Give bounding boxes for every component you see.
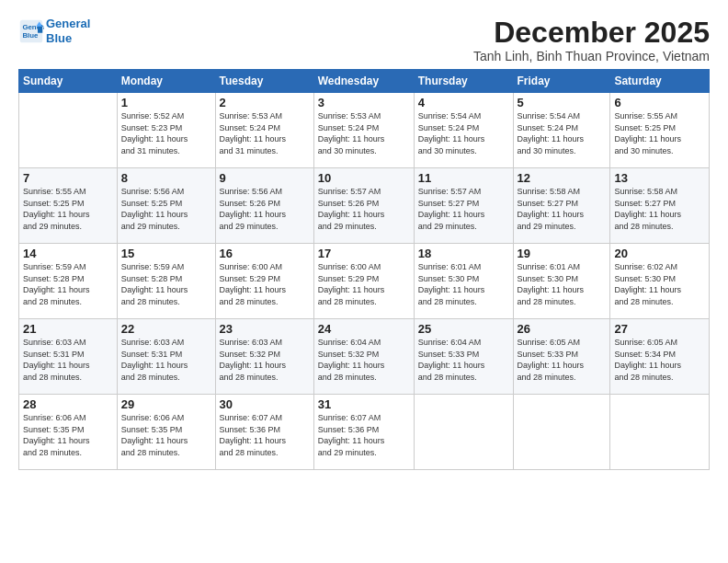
day-info: Sunrise: 6:01 AM Sunset: 5:30 PM Dayligh…: [418, 261, 509, 307]
calendar-cell: 20Sunrise: 6:02 AM Sunset: 5:30 PM Dayli…: [610, 244, 710, 319]
day-number: 3: [318, 96, 410, 109]
calendar-cell: 30Sunrise: 6:07 AM Sunset: 5:36 PM Dayli…: [215, 395, 313, 470]
header-cell-monday: Monday: [117, 70, 215, 93]
day-info: Sunrise: 5:57 AM Sunset: 5:26 PM Dayligh…: [318, 186, 410, 232]
day-info: Sunrise: 5:56 AM Sunset: 5:26 PM Dayligh…: [220, 186, 310, 232]
day-info: Sunrise: 6:05 AM Sunset: 5:33 PM Dayligh…: [518, 337, 607, 383]
calendar-cell: 26Sunrise: 6:05 AM Sunset: 5:33 PM Dayli…: [513, 319, 610, 395]
day-number: 22: [121, 322, 211, 336]
day-number: 4: [418, 96, 509, 109]
calendar-cell: [610, 395, 710, 470]
calendar-cell: 25Sunrise: 6:04 AM Sunset: 5:33 PM Dayli…: [414, 319, 513, 395]
day-info: Sunrise: 6:04 AM Sunset: 5:33 PM Dayligh…: [418, 337, 509, 383]
day-number: 24: [318, 322, 410, 336]
calendar-cell: 17Sunrise: 6:00 AM Sunset: 5:29 PM Dayli…: [313, 244, 414, 319]
header-cell-thursday: Thursday: [414, 70, 513, 93]
header-cell-wednesday: Wednesday: [313, 70, 414, 93]
header-row: SundayMondayTuesdayWednesdayThursdayFrid…: [19, 70, 710, 93]
day-number: 2: [220, 96, 310, 109]
calendar-cell: 19Sunrise: 6:01 AM Sunset: 5:30 PM Dayli…: [513, 244, 610, 319]
week-row-2: 14Sunrise: 5:59 AM Sunset: 5:28 PM Dayli…: [19, 244, 710, 319]
calendar-cell: 23Sunrise: 6:03 AM Sunset: 5:32 PM Dayli…: [215, 319, 313, 395]
calendar-cell: 13Sunrise: 5:58 AM Sunset: 5:27 PM Dayli…: [610, 168, 710, 244]
calendar-cell: 10Sunrise: 5:57 AM Sunset: 5:26 PM Dayli…: [313, 168, 414, 244]
calendar-cell: 16Sunrise: 6:00 AM Sunset: 5:29 PM Dayli…: [215, 244, 313, 319]
header-cell-tuesday: Tuesday: [215, 70, 313, 93]
day-info: Sunrise: 5:53 AM Sunset: 5:24 PM Dayligh…: [318, 110, 410, 156]
day-number: 25: [418, 322, 509, 336]
day-info: Sunrise: 6:00 AM Sunset: 5:29 PM Dayligh…: [220, 261, 310, 307]
calendar-cell: 21Sunrise: 6:03 AM Sunset: 5:31 PM Dayli…: [19, 319, 118, 395]
day-number: 12: [518, 171, 607, 185]
logo-line2: Blue: [46, 31, 72, 45]
day-info: Sunrise: 5:52 AM Sunset: 5:23 PM Dayligh…: [121, 110, 211, 156]
week-row-3: 21Sunrise: 6:03 AM Sunset: 5:31 PM Dayli…: [19, 319, 710, 395]
day-number: 16: [220, 247, 310, 260]
day-info: Sunrise: 6:06 AM Sunset: 5:35 PM Dayligh…: [23, 412, 113, 458]
header-cell-friday: Friday: [513, 70, 610, 93]
day-number: 19: [518, 247, 607, 260]
day-info: Sunrise: 6:03 AM Sunset: 5:31 PM Dayligh…: [23, 337, 113, 383]
day-info: Sunrise: 5:54 AM Sunset: 5:24 PM Dayligh…: [418, 110, 509, 156]
calendar-cell: 12Sunrise: 5:58 AM Sunset: 5:27 PM Dayli…: [513, 168, 610, 244]
day-info: Sunrise: 5:55 AM Sunset: 5:25 PM Dayligh…: [614, 110, 705, 156]
calendar-cell: 6Sunrise: 5:55 AM Sunset: 5:25 PM Daylig…: [610, 93, 710, 168]
day-number: 29: [121, 397, 211, 411]
day-info: Sunrise: 6:00 AM Sunset: 5:29 PM Dayligh…: [318, 261, 410, 307]
calendar-cell: 11Sunrise: 5:57 AM Sunset: 5:27 PM Dayli…: [414, 168, 513, 244]
logo-text: General Blue: [46, 17, 90, 45]
day-number: 26: [518, 322, 607, 336]
day-number: 15: [121, 247, 211, 260]
day-info: Sunrise: 6:03 AM Sunset: 5:31 PM Dayligh…: [121, 337, 211, 383]
calendar-cell: 22Sunrise: 6:03 AM Sunset: 5:31 PM Dayli…: [117, 319, 215, 395]
day-info: Sunrise: 5:57 AM Sunset: 5:27 PM Dayligh…: [418, 186, 509, 232]
title-area: December 2025 Tanh Linh, Binh Thuan Prov…: [473, 17, 710, 63]
location-title: Tanh Linh, Binh Thuan Province, Vietnam: [473, 49, 710, 63]
day-info: Sunrise: 5:55 AM Sunset: 5:25 PM Dayligh…: [23, 186, 113, 232]
day-info: Sunrise: 5:59 AM Sunset: 5:28 PM Dayligh…: [23, 261, 113, 307]
day-number: 30: [220, 397, 310, 411]
day-number: 11: [418, 171, 509, 185]
calendar-cell: 28Sunrise: 6:06 AM Sunset: 5:35 PM Dayli…: [19, 395, 118, 470]
calendar-cell: [19, 93, 118, 168]
calendar-cell: 18Sunrise: 6:01 AM Sunset: 5:30 PM Dayli…: [414, 244, 513, 319]
day-number: 28: [23, 397, 113, 411]
day-number: 13: [614, 171, 705, 185]
calendar-cell: 4Sunrise: 5:54 AM Sunset: 5:24 PM Daylig…: [414, 93, 513, 168]
day-info: Sunrise: 5:58 AM Sunset: 5:27 PM Dayligh…: [614, 186, 705, 232]
day-number: 5: [518, 96, 607, 109]
day-info: Sunrise: 6:05 AM Sunset: 5:34 PM Dayligh…: [614, 337, 705, 383]
page: General Blue General Blue December 2025 …: [0, 0, 728, 481]
day-number: 23: [220, 322, 310, 336]
calendar-cell: 27Sunrise: 6:05 AM Sunset: 5:34 PM Dayli…: [610, 319, 710, 395]
calendar-cell: 31Sunrise: 6:07 AM Sunset: 5:36 PM Dayli…: [313, 395, 414, 470]
calendar-cell: 1Sunrise: 5:52 AM Sunset: 5:23 PM Daylig…: [117, 93, 215, 168]
week-row-4: 28Sunrise: 6:06 AM Sunset: 5:35 PM Dayli…: [19, 395, 710, 470]
day-number: 20: [614, 247, 705, 260]
logo-line1: General: [46, 17, 90, 30]
day-info: Sunrise: 5:59 AM Sunset: 5:28 PM Dayligh…: [121, 261, 211, 307]
day-number: 7: [23, 171, 113, 185]
header-cell-sunday: Sunday: [19, 70, 118, 93]
day-info: Sunrise: 6:01 AM Sunset: 5:30 PM Dayligh…: [518, 261, 607, 307]
calendar-cell: [414, 395, 513, 470]
day-number: 18: [418, 247, 509, 260]
day-number: 17: [318, 247, 410, 260]
day-number: 31: [318, 397, 410, 411]
day-info: Sunrise: 5:56 AM Sunset: 5:25 PM Dayligh…: [121, 186, 211, 232]
day-info: Sunrise: 6:07 AM Sunset: 5:36 PM Dayligh…: [220, 412, 310, 458]
day-info: Sunrise: 6:04 AM Sunset: 5:32 PM Dayligh…: [318, 337, 410, 383]
day-info: Sunrise: 6:03 AM Sunset: 5:32 PM Dayligh…: [220, 337, 310, 383]
day-number: 9: [220, 171, 310, 185]
calendar-cell: 8Sunrise: 5:56 AM Sunset: 5:25 PM Daylig…: [117, 168, 215, 244]
day-number: 1: [121, 96, 211, 109]
week-row-0: 1Sunrise: 5:52 AM Sunset: 5:23 PM Daylig…: [19, 93, 710, 168]
calendar-cell: 15Sunrise: 5:59 AM Sunset: 5:28 PM Dayli…: [117, 244, 215, 319]
day-info: Sunrise: 5:53 AM Sunset: 5:24 PM Dayligh…: [220, 110, 310, 156]
calendar-cell: [513, 395, 610, 470]
header-cell-saturday: Saturday: [610, 70, 710, 93]
calendar-cell: 9Sunrise: 5:56 AM Sunset: 5:26 PM Daylig…: [215, 168, 313, 244]
calendar-cell: 2Sunrise: 5:53 AM Sunset: 5:24 PM Daylig…: [215, 93, 313, 168]
calendar-cell: 3Sunrise: 5:53 AM Sunset: 5:24 PM Daylig…: [313, 93, 414, 168]
day-info: Sunrise: 6:02 AM Sunset: 5:30 PM Dayligh…: [614, 261, 705, 307]
